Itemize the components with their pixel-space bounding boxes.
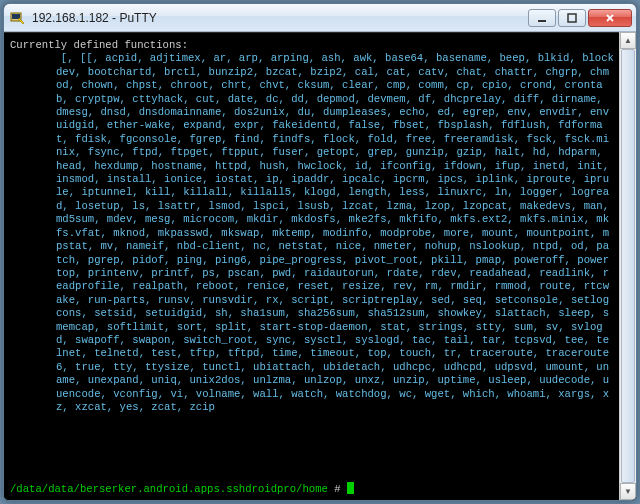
functions-heading: Currently defined functions: (10, 39, 636, 52)
maximize-button[interactable] (558, 9, 586, 27)
putty-icon (10, 10, 26, 26)
vertical-scrollbar[interactable]: ▲ ▼ (619, 32, 636, 500)
minimize-button[interactable] (528, 9, 556, 27)
cursor (347, 482, 354, 494)
shell-prompt: /data/data/berserker.android.apps.sshdro… (10, 482, 354, 496)
close-button[interactable] (588, 9, 632, 27)
scroll-up-button[interactable]: ▲ (620, 32, 636, 49)
terminal-area[interactable]: Currently defined functions: [, [[, acpi… (4, 32, 636, 500)
scroll-down-button[interactable]: ▼ (620, 483, 636, 500)
scroll-thumb[interactable] (621, 49, 635, 483)
putty-window: 192.168.1.182 - PuTTY Currently defined … (3, 3, 637, 501)
svg-rect-2 (538, 20, 546, 22)
window-controls (526, 9, 632, 27)
prompt-symbol: # (334, 483, 340, 495)
prompt-path: /data/data/berserker.android.apps.sshdro… (10, 483, 328, 495)
svg-rect-3 (568, 14, 576, 22)
window-title: 192.168.1.182 - PuTTY (32, 11, 526, 25)
titlebar[interactable]: 192.168.1.182 - PuTTY (4, 4, 636, 32)
functions-list: [, [[, acpid, adjtimex, ar, arp, arping,… (10, 52, 614, 414)
